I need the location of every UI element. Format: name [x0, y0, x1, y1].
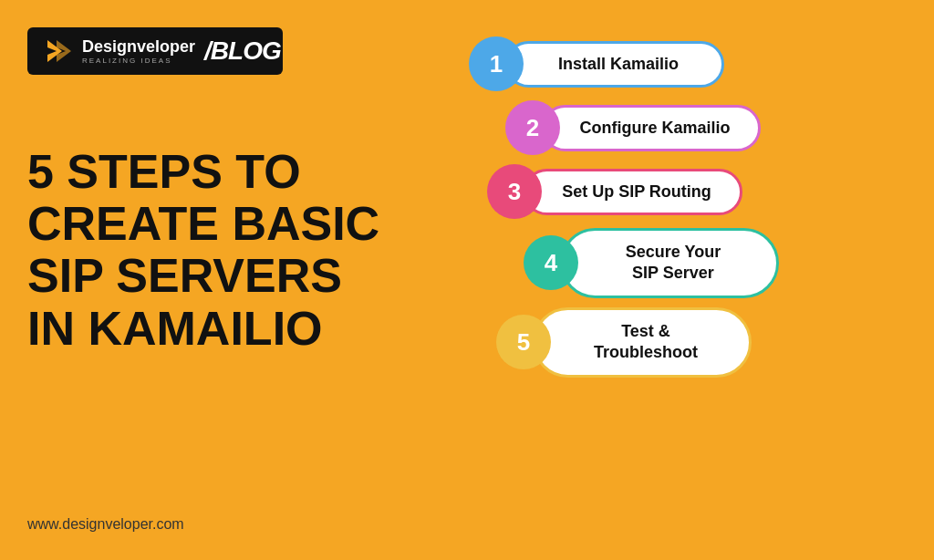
step-label-2: Configure Kamailio [542, 105, 761, 151]
step-number-2: 2 [505, 100, 560, 155]
step-number-4: 4 [524, 235, 578, 290]
logo-blog-label: /BLOG [204, 36, 281, 66]
step-row-4: 4 Secure YourSIP Server [524, 228, 907, 298]
step-label-1: Install Kamailio [505, 41, 724, 88]
logo-box: Designveloper REALIZING IDEAS /BLOG [27, 27, 283, 75]
step-row-3: 3 Set Up SIP Routing [487, 164, 907, 219]
logo-arrow-icon [44, 36, 73, 66]
step-label-5: Test &Troubleshoot [533, 307, 752, 378]
step-label-4: Secure YourSIP Server [560, 228, 779, 298]
step-number-5: 5 [496, 315, 551, 369]
main-title: 5 STEPS TO CREATE BASIC SIP SERVERS IN K… [27, 146, 392, 355]
step-row-2: 2 Configure Kamailio [505, 100, 907, 155]
step-row-5: 5 Test &Troubleshoot [496, 307, 907, 378]
steps-container: 1 Install Kamailio 2 Configure Kamailio … [469, 36, 907, 378]
step-row-1: 1 Install Kamailio [469, 36, 907, 91]
logo-text-block: Designveloper REALIZING IDEAS [82, 37, 195, 65]
logo-name: Designveloper [82, 37, 195, 57]
logo-tagline: REALIZING IDEAS [82, 57, 195, 65]
step-number-3: 3 [487, 164, 542, 219]
website-url: www.designveloper.com [27, 516, 184, 533]
step-number-1: 1 [469, 36, 524, 91]
step-label-3: Set Up SIP Routing [524, 169, 742, 215]
